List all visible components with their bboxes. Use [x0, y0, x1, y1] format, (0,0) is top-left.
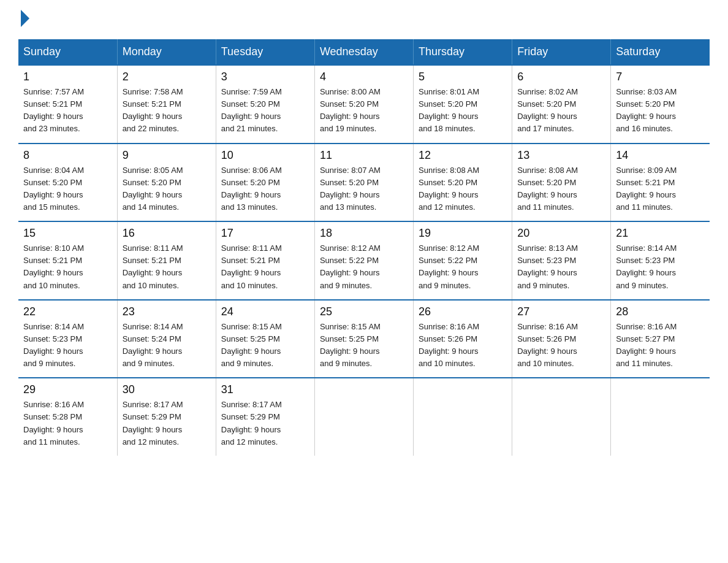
calendar-cell: 21 Sunrise: 8:14 AMSunset: 5:23 PMDaylig… [611, 221, 710, 300]
day-number: 27 [517, 305, 605, 318]
calendar-cell: 4 Sunrise: 8:00 AMSunset: 5:20 PMDayligh… [314, 65, 413, 144]
calendar-cell [414, 378, 512, 456]
calendar-cell: 22 Sunrise: 8:14 AMSunset: 5:23 PMDaylig… [18, 300, 117, 378]
calendar-cell [314, 378, 413, 456]
day-info: Sunrise: 8:10 AMSunset: 5:21 PMDaylight:… [23, 242, 112, 292]
day-info: Sunrise: 7:57 AMSunset: 5:21 PMDaylight:… [23, 86, 112, 136]
calendar-cell: 28 Sunrise: 8:16 AMSunset: 5:27 PMDaylig… [611, 300, 710, 378]
calendar-cell: 3 Sunrise: 7:59 AMSunset: 5:20 PMDayligh… [216, 65, 314, 144]
calendar-cell: 13 Sunrise: 8:08 AMSunset: 5:20 PMDaylig… [512, 144, 611, 222]
calendar-cell [512, 378, 611, 456]
calendar-cell: 25 Sunrise: 8:15 AMSunset: 5:25 PMDaylig… [314, 300, 413, 378]
day-number: 9 [123, 149, 211, 162]
calendar-cell: 19 Sunrise: 8:12 AMSunset: 5:22 PMDaylig… [414, 221, 512, 300]
calendar-cell: 31 Sunrise: 8:17 AMSunset: 5:29 PMDaylig… [216, 378, 314, 456]
day-info: Sunrise: 8:17 AMSunset: 5:29 PMDaylight:… [123, 399, 211, 448]
day-info: Sunrise: 8:16 AMSunset: 5:26 PMDaylight:… [517, 321, 605, 370]
calendar-cell: 8 Sunrise: 8:04 AMSunset: 5:20 PMDayligh… [18, 144, 117, 222]
calendar-cell: 5 Sunrise: 8:01 AMSunset: 5:20 PMDayligh… [414, 65, 512, 144]
day-number: 1 [23, 71, 112, 83]
day-info: Sunrise: 8:00 AMSunset: 5:20 PMDaylight:… [320, 86, 408, 136]
day-number: 18 [320, 227, 408, 240]
day-info: Sunrise: 8:12 AMSunset: 5:22 PMDaylight:… [320, 242, 408, 292]
day-info: Sunrise: 8:15 AMSunset: 5:25 PMDaylight:… [320, 321, 408, 370]
day-number: 16 [123, 227, 211, 240]
calendar-cell: 14 Sunrise: 8:09 AMSunset: 5:21 PMDaylig… [611, 144, 710, 222]
calendar-cell: 6 Sunrise: 8:02 AMSunset: 5:20 PMDayligh… [512, 65, 611, 144]
page-header [18, 12, 710, 27]
calendar-cell: 9 Sunrise: 8:05 AMSunset: 5:20 PMDayligh… [117, 144, 216, 222]
calendar-cell: 20 Sunrise: 8:13 AMSunset: 5:23 PMDaylig… [512, 221, 611, 300]
calendar-cell: 26 Sunrise: 8:16 AMSunset: 5:26 PMDaylig… [414, 300, 512, 378]
day-number: 3 [221, 71, 309, 83]
logo [18, 12, 29, 27]
column-header-tuesday: Tuesday [216, 39, 314, 65]
day-info: Sunrise: 8:16 AMSunset: 5:28 PMDaylight:… [23, 399, 112, 448]
day-info: Sunrise: 8:05 AMSunset: 5:20 PMDaylight:… [123, 164, 211, 214]
day-number: 25 [320, 305, 408, 318]
logo-arrow-icon [21, 10, 29, 27]
calendar-week-3: 15 Sunrise: 8:10 AMSunset: 5:21 PMDaylig… [18, 221, 710, 300]
day-number: 6 [517, 71, 605, 83]
calendar-table: SundayMondayTuesdayWednesdayThursdayFrid… [18, 39, 710, 456]
calendar-cell: 30 Sunrise: 8:17 AMSunset: 5:29 PMDaylig… [117, 378, 216, 456]
day-number: 30 [123, 383, 211, 396]
calendar-week-2: 8 Sunrise: 8:04 AMSunset: 5:20 PMDayligh… [18, 144, 710, 222]
day-info: Sunrise: 8:08 AMSunset: 5:20 PMDaylight:… [517, 164, 605, 214]
day-number: 14 [616, 149, 705, 162]
day-number: 28 [616, 305, 705, 318]
day-info: Sunrise: 8:08 AMSunset: 5:20 PMDaylight:… [419, 164, 507, 214]
day-number: 11 [320, 149, 408, 162]
day-info: Sunrise: 8:09 AMSunset: 5:21 PMDaylight:… [616, 164, 705, 214]
calendar-body: 1 Sunrise: 7:57 AMSunset: 5:21 PMDayligh… [18, 65, 710, 456]
day-header-row: SundayMondayTuesdayWednesdayThursdayFrid… [18, 39, 710, 65]
day-number: 17 [221, 227, 309, 240]
day-number: 15 [23, 227, 112, 240]
calendar-cell: 10 Sunrise: 8:06 AMSunset: 5:20 PMDaylig… [216, 144, 314, 222]
calendar-cell: 18 Sunrise: 8:12 AMSunset: 5:22 PMDaylig… [314, 221, 413, 300]
day-number: 23 [123, 305, 211, 318]
calendar-cell: 17 Sunrise: 8:11 AMSunset: 5:21 PMDaylig… [216, 221, 314, 300]
day-number: 19 [419, 227, 507, 240]
day-number: 31 [221, 383, 309, 396]
day-number: 2 [123, 71, 211, 83]
day-info: Sunrise: 8:12 AMSunset: 5:22 PMDaylight:… [419, 242, 507, 292]
calendar-week-4: 22 Sunrise: 8:14 AMSunset: 5:23 PMDaylig… [18, 300, 710, 378]
calendar-cell: 23 Sunrise: 8:14 AMSunset: 5:24 PMDaylig… [117, 300, 216, 378]
calendar-cell: 1 Sunrise: 7:57 AMSunset: 5:21 PMDayligh… [18, 65, 117, 144]
day-number: 8 [23, 149, 112, 162]
calendar-cell: 24 Sunrise: 8:15 AMSunset: 5:25 PMDaylig… [216, 300, 314, 378]
day-info: Sunrise: 8:16 AMSunset: 5:26 PMDaylight:… [419, 321, 507, 370]
day-number: 5 [419, 71, 507, 83]
calendar-cell: 16 Sunrise: 8:11 AMSunset: 5:21 PMDaylig… [117, 221, 216, 300]
calendar-cell [611, 378, 710, 456]
column-header-friday: Friday [512, 39, 611, 65]
column-header-saturday: Saturday [611, 39, 710, 65]
column-header-wednesday: Wednesday [314, 39, 413, 65]
day-number: 12 [419, 149, 507, 162]
day-info: Sunrise: 7:59 AMSunset: 5:20 PMDaylight:… [221, 86, 309, 136]
calendar-cell: 11 Sunrise: 8:07 AMSunset: 5:20 PMDaylig… [314, 144, 413, 222]
day-number: 10 [221, 149, 309, 162]
day-info: Sunrise: 8:04 AMSunset: 5:20 PMDaylight:… [23, 164, 112, 214]
day-info: Sunrise: 8:07 AMSunset: 5:20 PMDaylight:… [320, 164, 408, 214]
day-info: Sunrise: 8:14 AMSunset: 5:24 PMDaylight:… [123, 321, 211, 370]
column-header-monday: Monday [117, 39, 216, 65]
calendar-week-5: 29 Sunrise: 8:16 AMSunset: 5:28 PMDaylig… [18, 378, 710, 456]
calendar-cell: 15 Sunrise: 8:10 AMSunset: 5:21 PMDaylig… [18, 221, 117, 300]
day-info: Sunrise: 8:02 AMSunset: 5:20 PMDaylight:… [517, 86, 605, 136]
day-info: Sunrise: 8:17 AMSunset: 5:29 PMDaylight:… [221, 399, 309, 448]
day-info: Sunrise: 8:15 AMSunset: 5:25 PMDaylight:… [221, 321, 309, 370]
calendar-header: SundayMondayTuesdayWednesdayThursdayFrid… [18, 39, 710, 65]
day-info: Sunrise: 8:06 AMSunset: 5:20 PMDaylight:… [221, 164, 309, 214]
day-info: Sunrise: 7:58 AMSunset: 5:21 PMDaylight:… [123, 86, 211, 136]
day-number: 7 [616, 71, 705, 83]
day-info: Sunrise: 8:13 AMSunset: 5:23 PMDaylight:… [517, 242, 605, 292]
day-number: 4 [320, 71, 408, 83]
calendar-cell: 2 Sunrise: 7:58 AMSunset: 5:21 PMDayligh… [117, 65, 216, 144]
day-number: 29 [23, 383, 112, 396]
day-info: Sunrise: 8:03 AMSunset: 5:20 PMDaylight:… [616, 86, 705, 136]
day-number: 24 [221, 305, 309, 318]
day-number: 13 [517, 149, 605, 162]
day-info: Sunrise: 8:14 AMSunset: 5:23 PMDaylight:… [616, 242, 705, 292]
